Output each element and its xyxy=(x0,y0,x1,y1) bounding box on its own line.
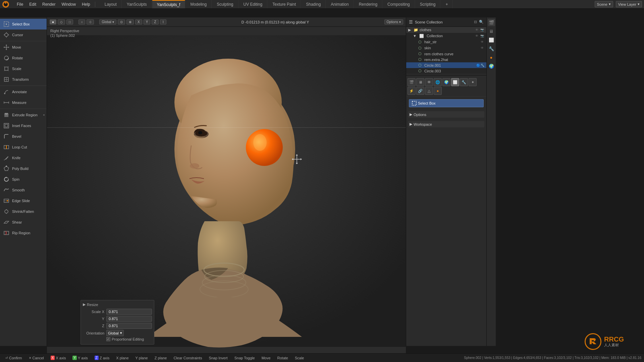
prop-icon-particles[interactable]: ✦ xyxy=(469,78,477,86)
select-box-right-button[interactable]: Select Box xyxy=(409,99,484,107)
axis-x-btn[interactable]: X xyxy=(135,19,142,24)
filter-icon[interactable]: ⊟ xyxy=(474,20,477,24)
cancel-btn[interactable]: ✕ Cancel xyxy=(26,355,47,361)
ws-tab-sculpting[interactable]: Sculpting xyxy=(212,0,238,8)
tool-loop-cut[interactable]: Loop Cut xyxy=(0,142,47,153)
scale-y-input[interactable]: 0.871 xyxy=(106,316,152,322)
move-status-btn[interactable]: Move xyxy=(259,355,273,361)
tool-smooth[interactable]: Smooth xyxy=(0,185,47,195)
confirm-btn[interactable]: ⏎ Confirm xyxy=(3,355,25,361)
prop-icon-output[interactable]: 🖥 xyxy=(416,78,424,86)
prop-icon-material[interactable]: ● xyxy=(434,87,442,95)
scale-status-btn[interactable]: Scale xyxy=(292,355,307,361)
tool-shrink-fatten[interactable]: Shrink/Fatten xyxy=(0,206,47,217)
snap-btn[interactable]: ⊹ xyxy=(87,19,94,24)
prop-icon-data[interactable]: △ xyxy=(425,87,433,95)
x-plane-btn[interactable]: X plane xyxy=(113,355,131,361)
ws-tab-uv[interactable]: UV Editing xyxy=(239,0,268,8)
tool-rip-region[interactable]: Rip Region xyxy=(0,228,47,238)
z-axis-btn[interactable]: Z Z axis xyxy=(92,355,112,361)
clear-constraints-btn[interactable]: Clear Constraints xyxy=(171,355,205,361)
ws-tab-modeling[interactable]: Modeling xyxy=(185,0,212,8)
prop-icon-physics[interactable]: ⚡ xyxy=(408,87,416,95)
view-layer-selector[interactable]: View Layer ▾ xyxy=(616,1,642,7)
scale-x-input[interactable]: 0.871 xyxy=(106,309,152,315)
ws-tab-layout[interactable]: Layout xyxy=(100,0,122,8)
scale-z-input[interactable]: 0.871 xyxy=(106,323,152,329)
rotate-status-btn[interactable]: Rotate xyxy=(275,355,291,361)
search-icon[interactable]: 🔍 xyxy=(479,20,484,24)
ws-tab-add[interactable]: + xyxy=(441,0,453,8)
face-mode-btn[interactable]: □ xyxy=(66,19,73,24)
ws-tab-scripting[interactable]: Scripting xyxy=(415,0,441,8)
proportional-btn[interactable]: ○ xyxy=(78,19,85,24)
mirror-btn[interactable]: ⊗ xyxy=(126,19,134,24)
rem-extra-item[interactable]: ⬡ rem.extra.2hat xyxy=(406,57,486,62)
circle-001-item[interactable]: ⬡ Circle.001 🔵 🔧 xyxy=(406,62,486,68)
axis-y-btn[interactable]: Y xyxy=(144,19,151,24)
tool-move[interactable]: Move xyxy=(0,42,47,53)
tool-extrude-region[interactable]: Extrude Region xyxy=(0,110,47,120)
far-icon-view[interactable]: 🖥 xyxy=(488,27,495,35)
ws-tab-compositing[interactable]: Compositing xyxy=(383,0,415,8)
menu-window[interactable]: Window xyxy=(59,1,78,7)
hair-str-item[interactable]: ⬡ hair_str 👁 xyxy=(406,39,486,45)
tool-spin[interactable]: Spin xyxy=(0,174,47,185)
menu-render[interactable]: Render xyxy=(40,1,58,7)
tool-cursor[interactable]: Cursor xyxy=(0,29,47,40)
prop-icon-modifier[interactable]: 🔧 xyxy=(460,78,468,86)
proportional-checkbox[interactable]: ✓ Proportional Editing xyxy=(106,337,144,341)
prop-icon-render[interactable]: 🎬 xyxy=(408,78,416,86)
tool-scale[interactable]: Scale xyxy=(0,63,47,74)
options-section-header[interactable]: ▶ Options xyxy=(408,111,484,118)
prop-icon-scene[interactable]: 🌐 xyxy=(434,78,442,86)
tool-shear[interactable]: Shear xyxy=(0,217,47,228)
prop-icon-constraints[interactable]: 🔗 xyxy=(416,87,424,95)
main-viewport[interactable]: RRCG 人人素材 RRCG 人人素材 RRCG 人人素材 RRCG 人人素材 … xyxy=(47,27,406,355)
z-plane-btn[interactable]: Z plane xyxy=(152,355,170,361)
prop-icon-world[interactable]: 🌍 xyxy=(442,78,450,86)
far-icon-scene[interactable]: 🎬 xyxy=(488,19,495,26)
ws-tab-yan[interactable]: YanSculpts xyxy=(122,0,152,8)
tool-inset-faces[interactable]: Inset Faces xyxy=(0,120,47,131)
tool-poly-build[interactable]: Poly Build xyxy=(0,163,47,174)
options-btn[interactable]: Options ▾ xyxy=(384,19,403,24)
tool-knife[interactable]: Knife xyxy=(0,153,47,163)
scene-selector[interactable]: Scene ▾ xyxy=(595,1,613,7)
circle-003-item[interactable]: ⬡ Circle.003 xyxy=(406,68,486,74)
skin-item[interactable]: ⬡ skin 👁 xyxy=(406,45,486,51)
tool-rotate[interactable]: Rotate xyxy=(0,53,47,63)
menu-edit[interactable]: Edit xyxy=(26,1,39,7)
y-axis-btn[interactable]: Y Y axis xyxy=(70,355,90,361)
far-icon-object[interactable]: ⬜ xyxy=(488,36,495,44)
tool-measure[interactable]: Measure xyxy=(0,97,47,108)
tool-transform[interactable]: Transform xyxy=(0,74,47,85)
tool-select-box[interactable]: Select Box xyxy=(0,19,47,29)
clothes-folder[interactable]: ▶ 📁 clothes 👁 📷 xyxy=(406,27,486,33)
tool-annotate[interactable]: Annotate xyxy=(0,86,47,97)
menu-help[interactable]: Help xyxy=(79,1,93,7)
prop-icon-object[interactable]: ⬜ xyxy=(451,78,459,86)
orientation-select[interactable]: Global ▾ xyxy=(106,330,124,336)
pivot-btn[interactable]: ⊙ xyxy=(118,19,125,24)
ws-tab-yan-f[interactable]: YanSculpts_f xyxy=(152,0,185,8)
collection-item[interactable]: ▼ ⬜ Collection 👁 📷 xyxy=(406,33,486,39)
y-plane-btn[interactable]: Y plane xyxy=(133,355,151,361)
far-icon-world[interactable]: 🌍 xyxy=(488,62,495,70)
workspace-section-header[interactable]: ▶ Workspace xyxy=(408,121,484,127)
tool-edge-slide[interactable]: Edge Slide xyxy=(0,195,47,206)
global-selector[interactable]: Global ▾ xyxy=(99,19,116,24)
far-icon-mat[interactable]: ● xyxy=(488,54,495,61)
snap-toggle-btn[interactable]: Snap Toggle xyxy=(232,355,258,361)
x-axis-btn[interactable]: X X axis xyxy=(48,355,69,361)
axis-z-btn[interactable]: Z xyxy=(152,19,158,24)
ws-tab-texture[interactable]: Texture Paint xyxy=(268,0,301,8)
menu-file[interactable]: File xyxy=(14,1,26,7)
far-icon-mod[interactable]: 🔧 xyxy=(488,45,495,52)
rem-clothes-item[interactable]: ⬡ rem clothes curve xyxy=(406,51,486,57)
proportional-type-btn[interactable]: ⌇ xyxy=(160,19,166,24)
vertex-mode-btn[interactable]: ● xyxy=(50,19,56,24)
ws-tab-shading[interactable]: Shading xyxy=(301,0,326,8)
ws-tab-rendering[interactable]: Rendering xyxy=(354,0,382,8)
edge-mode-btn[interactable]: ◇ xyxy=(58,19,65,24)
